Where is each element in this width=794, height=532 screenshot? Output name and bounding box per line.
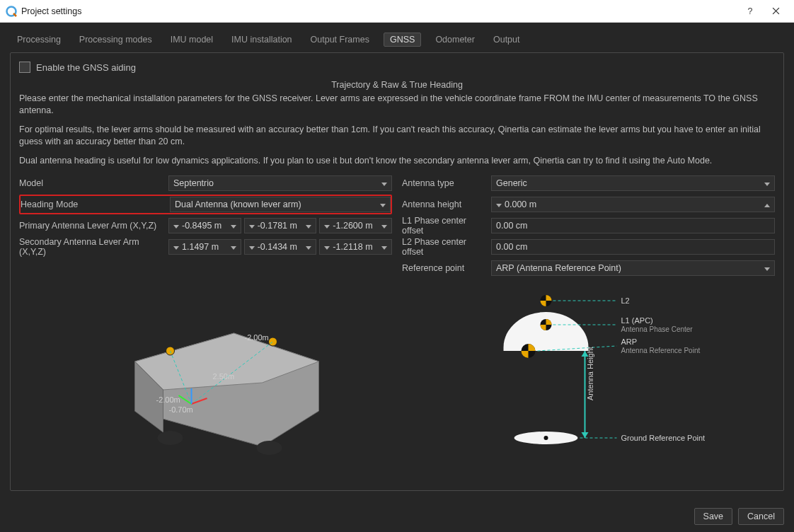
svg-point-5: [257, 441, 282, 455]
model-value: Septentrio: [173, 178, 214, 188]
svg-text:ARP: ARP: [621, 337, 638, 346]
svg-text:Antenna Reference Point: Antenna Reference Point: [621, 347, 701, 354]
primary-lever-label: Primary Antenna Lever Arm (X,Y,Z): [19, 221, 164, 231]
antenna-height-label: Antenna height: [402, 200, 487, 209]
svg-text:-0.70m: -0.70m: [169, 405, 193, 414]
svg-marker-30: [582, 432, 589, 438]
l1-offset-value: 0.00 cm: [491, 218, 775, 233]
chevron-down-icon: [324, 242, 330, 252]
close-button[interactable]: [763, 0, 788, 23]
secondary-z-input[interactable]: -1.2118 m: [319, 239, 392, 255]
tab-output[interactable]: Output: [489, 33, 524, 47]
vehicle-3d-view[interactable]: -2.00m 2.50m -2.00m -0.70m: [19, 284, 392, 468]
primary-z-input[interactable]: -1.2600 m: [319, 218, 392, 233]
tab-output-frames[interactable]: Output Frames: [306, 33, 374, 47]
chevron-down-icon: [381, 178, 387, 188]
model-combo[interactable]: Septentrio: [168, 175, 392, 191]
chevron-down-icon: [249, 221, 255, 231]
cancel-button[interactable]: Cancel: [738, 508, 784, 525]
chevron-down-icon: [380, 200, 386, 209]
l2-offset-label: L2 Phase center offset: [402, 237, 487, 257]
chevron-down-icon: [764, 263, 770, 273]
tab-imu-installation[interactable]: IMU installation: [227, 33, 296, 47]
description-2: For optimal results, the lever arms shou…: [19, 124, 775, 148]
heading-mode-label: Heading Mode: [21, 200, 166, 209]
svg-text:Antenna Phase Center: Antenna Phase Center: [621, 325, 694, 333]
reference-point-combo[interactable]: ARP (Antenna Reference Point): [491, 260, 775, 276]
svg-text:L2: L2: [621, 296, 630, 305]
tab-processing-modes[interactable]: Processing modes: [75, 33, 156, 47]
titlebar: Project settings ?: [0, 0, 794, 23]
antenna-type-value: Generic: [496, 178, 527, 188]
heading-mode-value: Dual Antenna (known lever arm): [175, 200, 301, 209]
chevron-up-icon: [764, 200, 770, 209]
primary-x-input[interactable]: -0.8495 m: [168, 218, 241, 233]
secondary-y-input[interactable]: -0.1434 m: [244, 239, 317, 255]
svg-text:Antenna Height: Antenna Height: [586, 347, 594, 401]
svg-text:Ground Reference Point: Ground Reference Point: [621, 434, 706, 442]
svg-point-33: [544, 436, 548, 440]
enable-gnss-label: Enable the GNSS aiding: [36, 62, 136, 73]
l1-offset-label: L1 Phase center offset: [402, 216, 487, 236]
svg-point-4: [158, 431, 183, 445]
window-title: Project settings: [21, 6, 81, 16]
tabs-bar: Processing Processing modes IMU model IM…: [10, 33, 784, 52]
enable-gnss-checkbox[interactable]: [19, 62, 30, 73]
help-button[interactable]: ?: [737, 0, 763, 23]
svg-text:-2.00m: -2.00m: [245, 333, 269, 342]
primary-y-input[interactable]: -0.1781 m: [244, 218, 317, 233]
chevron-down-icon: [231, 242, 236, 252]
description-3: Dual antenna heading is useful for low d…: [19, 155, 775, 167]
model-label: Model: [19, 178, 164, 188]
l2-offset-value: 0.00 cm: [491, 239, 775, 255]
secondary-lever-label: Secondary Antenna Lever Arm (X,Y,Z): [19, 237, 164, 257]
secondary-x-input[interactable]: 1.1497 m: [168, 239, 241, 255]
chevron-down-icon: [306, 242, 311, 252]
chevron-down-icon: [231, 221, 236, 231]
chevron-down-icon: [173, 242, 179, 252]
svg-text:L1 (APC): L1 (APC): [621, 316, 653, 325]
chevron-down-icon: [173, 221, 179, 231]
tab-gnss[interactable]: GNSS: [384, 33, 421, 47]
save-button[interactable]: Save: [694, 508, 733, 525]
svg-text:2.50m: 2.50m: [213, 372, 235, 381]
tab-processing[interactable]: Processing: [13, 33, 65, 47]
svg-text:-2.00m: -2.00m: [156, 395, 180, 404]
chevron-down-icon: [764, 178, 770, 188]
antenna-diagram: L2 L1 (APC) Antenna Phase Center: [402, 284, 775, 468]
app-logo: [6, 6, 17, 17]
reference-point-value: ARP (Antenna Reference Point): [496, 263, 621, 273]
chevron-down-icon: [381, 242, 387, 252]
chevron-down-icon: [496, 200, 502, 209]
section-title: Trajectory & Raw & True Heading: [19, 80, 775, 90]
description-1: Please enter the mechanical installation…: [19, 93, 775, 117]
chevron-down-icon: [324, 221, 330, 231]
tab-odometer[interactable]: Odometer: [431, 33, 479, 47]
antenna-type-combo[interactable]: Generic: [491, 175, 775, 191]
chevron-down-icon: [306, 221, 311, 231]
reference-point-label: Reference point: [402, 263, 487, 273]
antenna-height-input[interactable]: 0.000 m: [491, 197, 775, 212]
heading-mode-combo[interactable]: Dual Antenna (known lever arm): [170, 197, 391, 212]
chevron-down-icon: [249, 242, 255, 252]
tab-imu-model[interactable]: IMU model: [166, 33, 217, 47]
chevron-down-icon: [381, 221, 387, 231]
gnss-panel: Enable the GNSS aiding Trajectory & Raw …: [10, 52, 784, 491]
antenna-type-label: Antenna type: [402, 178, 487, 188]
